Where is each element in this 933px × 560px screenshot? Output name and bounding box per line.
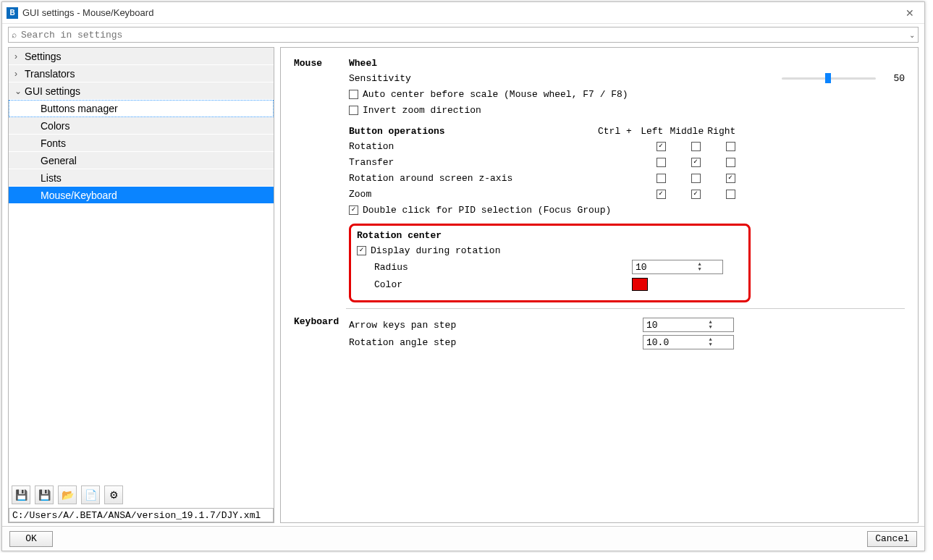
radius-row: Radius 10 ▲▼ xyxy=(357,258,743,276)
checkbox-transfer-right[interactable] xyxy=(726,158,735,167)
collapse-icon[interactable]: ⌄ xyxy=(14,86,25,96)
op-label: Rotation xyxy=(349,141,646,152)
settings-search[interactable]: ⌕ ⌄ xyxy=(8,27,919,43)
checkbox-zoom-middle[interactable] xyxy=(691,190,701,199)
checkbox-rotz-middle[interactable] xyxy=(691,174,701,183)
tree-item-fonts[interactable]: Fonts xyxy=(9,135,274,152)
checkbox-zoom-right[interactable] xyxy=(726,190,735,199)
sensitivity-value: 50 xyxy=(893,73,905,84)
search-input[interactable] xyxy=(20,29,909,41)
rot-step-spinner[interactable]: 10.0 ▲▼ xyxy=(643,335,734,349)
tree-label: Fonts xyxy=(41,137,66,149)
rot-step-label: Rotation angle step xyxy=(349,337,643,348)
settings-tree: › Settings › Translators ⌄ GUI settings … xyxy=(9,48,274,483)
sidebar-toolbar: 💾 💾 📂 📄 ⚙ xyxy=(9,483,274,506)
display-during-row[interactable]: Display during rotation xyxy=(357,242,743,258)
op-label: Zoom xyxy=(349,189,646,200)
tree-item-translators[interactable]: › Translators xyxy=(9,65,274,82)
op-transfer-row: Transfer xyxy=(349,154,905,170)
radius-spinner[interactable]: 10 ▲▼ xyxy=(632,260,723,274)
color-label: Color xyxy=(357,279,632,290)
auto-center-row[interactable]: Auto center before scale (Mouse wheel, F… xyxy=(349,86,905,102)
tree-item-colors[interactable]: Colors xyxy=(9,117,274,135)
checkbox-transfer-left[interactable] xyxy=(657,158,666,167)
open-icon[interactable]: 📂 xyxy=(58,485,77,504)
spinner-arrows-icon[interactable]: ▲▼ xyxy=(689,337,732,347)
checkbox-rotation-left[interactable] xyxy=(657,142,666,151)
search-icon: ⌕ xyxy=(12,30,17,40)
rot-step-row: Rotation angle step 10.0 ▲▼ xyxy=(349,334,905,351)
close-button[interactable]: ✕ xyxy=(895,2,924,23)
checkbox-transfer-middle[interactable] xyxy=(691,158,701,167)
dbl-click-row[interactable]: Double click for PID selection (Focus Gr… xyxy=(349,202,905,218)
sensitivity-row: Sensitivity 50 xyxy=(349,70,905,86)
checkbox-rotz-left[interactable] xyxy=(657,174,666,183)
section-separator xyxy=(346,308,905,309)
pan-step-value: 10 xyxy=(646,320,689,331)
radius-value: 10 xyxy=(636,262,678,273)
expand-icon[interactable]: › xyxy=(14,51,25,61)
expand-icon[interactable]: › xyxy=(14,69,25,79)
op-rot-z-row: Rotation around screen z-axis xyxy=(349,170,905,186)
tree-item-settings[interactable]: › Settings xyxy=(9,48,274,65)
sensitivity-slider[interactable] xyxy=(782,70,876,86)
color-row: Color xyxy=(357,276,743,293)
col-middle: Middle xyxy=(670,126,704,137)
save-icon[interactable]: 💾 xyxy=(12,485,30,504)
tree-label: Settings xyxy=(25,51,62,62)
checkbox-invert-zoom[interactable] xyxy=(349,106,358,115)
window-title: GUI settings - Mouse/Keyboard xyxy=(22,7,895,18)
checkbox-dblclick-pid[interactable] xyxy=(349,205,358,215)
col-right: Right xyxy=(704,126,739,137)
checkbox-auto-center[interactable] xyxy=(349,90,358,99)
preferences-icon[interactable]: ⚙ xyxy=(104,485,123,504)
tree-item-general[interactable]: General xyxy=(9,152,274,169)
tree-label: Lists xyxy=(41,172,62,184)
pan-step-row: Arrow keys pan step 10 ▲▼ xyxy=(349,316,905,334)
pan-step-label: Arrow keys pan step xyxy=(349,320,643,331)
settings-file-path[interactable]: C:/Users/A/.BETA/ANSA/version_19.1.7/DJY… xyxy=(9,508,274,522)
tree-item-mouse-keyboard[interactable]: Mouse/Keyboard xyxy=(9,187,274,204)
app-icon: B xyxy=(7,7,18,19)
checkbox-rotation-right[interactable] xyxy=(726,142,735,151)
color-swatch[interactable] xyxy=(632,278,648,291)
pan-step-spinner[interactable]: 10 ▲▼ xyxy=(643,318,734,332)
tree-item-lists[interactable]: Lists xyxy=(9,169,274,187)
checkbox-zoom-left[interactable] xyxy=(657,190,666,199)
import-icon[interactable]: 📄 xyxy=(81,485,100,504)
spinner-arrows-icon[interactable]: ▲▼ xyxy=(678,262,721,272)
save-edit-icon[interactable]: 💾 xyxy=(35,485,54,504)
slider-thumb[interactable] xyxy=(825,73,831,83)
ok-button[interactable]: OK xyxy=(9,531,53,547)
spinner-arrows-icon[interactable]: ▲▼ xyxy=(689,320,732,330)
dialog-body: › Settings › Translators ⌄ GUI settings … xyxy=(2,47,924,526)
wheel-heading: Wheel xyxy=(349,58,905,69)
auto-center-label: Auto center before scale (Mouse wheel, F… xyxy=(363,89,628,100)
display-during-label: Display during rotation xyxy=(371,245,500,256)
dialog-window: B GUI settings - Mouse/Keyboard ✕ ⌕ ⌄ › … xyxy=(1,1,925,551)
button-operations: Button operations Ctrl + Left Middle Rig… xyxy=(349,124,905,218)
tree-label: Translators xyxy=(25,68,75,80)
invert-zoom-label: Invert zoom direction xyxy=(363,105,481,116)
op-rotation-row: Rotation xyxy=(349,138,905,154)
settings-panel: Mouse Wheel Sensitivity 50 xyxy=(280,47,919,523)
tree-label: GUI settings xyxy=(25,85,80,97)
invert-zoom-row[interactable]: Invert zoom direction xyxy=(349,102,905,118)
radius-label: Radius xyxy=(357,262,632,273)
checkbox-display-during[interactable] xyxy=(357,246,366,255)
checkbox-rotation-middle[interactable] xyxy=(691,142,701,151)
dblclick-label: Double click for PID selection (Focus Gr… xyxy=(363,205,611,216)
dialog-footer: OK Cancel xyxy=(2,526,924,551)
col-left: Left xyxy=(635,126,670,137)
section-label-mouse: Mouse xyxy=(294,58,349,313)
chevron-down-icon[interactable]: ⌄ xyxy=(909,31,915,39)
cancel-button[interactable]: Cancel xyxy=(867,531,917,547)
tree-label: General xyxy=(41,155,77,166)
checkbox-rotz-right[interactable] xyxy=(726,174,735,183)
titlebar: B GUI settings - Mouse/Keyboard ✕ xyxy=(2,2,924,24)
sensitivity-label: Sensitivity xyxy=(349,73,411,84)
tree-item-buttons-manager[interactable]: Buttons manager xyxy=(9,100,274,117)
tree-item-gui-settings[interactable]: ⌄ GUI settings xyxy=(9,82,274,100)
tree-label: Colors xyxy=(41,120,69,132)
op-label: Transfer xyxy=(349,157,646,168)
